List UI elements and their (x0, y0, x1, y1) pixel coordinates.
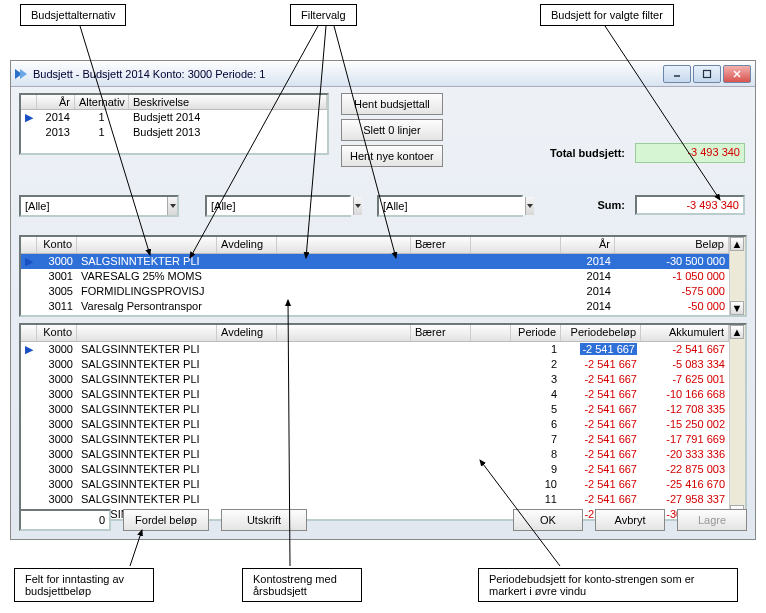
scroll-up-icon[interactable]: ▲ (730, 325, 744, 339)
lagre-button[interactable]: Lagre (677, 509, 747, 531)
hent-nye-kontoer-button[interactable]: Hent nye kontoer (341, 145, 443, 167)
col-aar[interactable]: År (37, 95, 75, 109)
table-row[interactable]: 3000 SALGSINNTEKTER PLI 8 -2 541 667 -20… (21, 447, 729, 462)
table-row[interactable]: ▶ 3000 SALGSINNTEKTER PLI 1 -2 541 667 -… (21, 342, 729, 357)
utskrift-button[interactable]: Utskrift (221, 509, 307, 531)
avbryt-button[interactable]: Avbryt (595, 509, 665, 531)
col-baerer[interactable]: Bærer (411, 325, 471, 341)
chevron-down-icon[interactable] (167, 197, 177, 215)
chevron-down-icon[interactable] (525, 197, 534, 215)
callout-amount-field: Felt for inntasting av budsjettbeløp (14, 568, 154, 602)
callout-budsjettalternativ: Budsjettalternativ (20, 4, 126, 26)
col-konto[interactable]: Konto (37, 325, 77, 341)
col-konto[interactable]: Konto (37, 237, 77, 253)
table-row[interactable]: ▶ 2014 1 Budsjett 2014 (21, 110, 327, 125)
filter-3-combo[interactable] (377, 195, 523, 217)
col-periode[interactable]: Periode (511, 325, 561, 341)
fordel-belop-button[interactable]: Fordel beløp (123, 509, 209, 531)
table-row[interactable]: 3011 Varesalg Persontranspor 2014 -50 00… (21, 299, 729, 314)
callout-total-filter: Budsjett for valgte filter (540, 4, 674, 26)
col-avdeling[interactable]: Avdeling (217, 237, 277, 253)
table-row[interactable]: 3005 FORMIDLINGSPROVISJ 2014 -575 000 (21, 284, 729, 299)
table-row[interactable]: 3000 SALGSINNTEKTER PLI 7 -2 541 667 -17… (21, 432, 729, 447)
callout-filtervalg: Filtervalg (290, 4, 357, 26)
sum-label: Sum: (598, 199, 626, 211)
col-akkumulert[interactable]: Akkumulert (641, 325, 729, 341)
titlebar: Budsjett - Budsjett 2014 Konto: 3000 Per… (11, 61, 755, 87)
account-year-grid[interactable]: Konto Avdeling Bærer År Beløp ▶ 3000 SAL… (19, 235, 747, 317)
table-row[interactable]: 3000 SALGSINNTEKTER PLI 5 -2 541 667 -12… (21, 402, 729, 417)
table-row[interactable]: 3000 SALGSINNTEKTER PLI 11 -2 541 667 -2… (21, 492, 729, 507)
col-periodebelop[interactable]: Periodebeløp (561, 325, 641, 341)
sum-value: -3 493 340 (635, 195, 745, 215)
window-title: Budsjett - Budsjett 2014 Konto: 3000 Per… (33, 68, 265, 80)
table-row[interactable]: 3000 SALGSINNTEKTER PLI 4 -2 541 667 -10… (21, 387, 729, 402)
svg-rect-9 (704, 70, 711, 77)
chevron-down-icon[interactable] (353, 197, 362, 215)
filter-1-input[interactable] (21, 197, 167, 215)
scroll-down-icon[interactable]: ▼ (730, 301, 744, 315)
table-row[interactable]: 3001 VARESALG 25% MOMS 2014 -1 050 000 (21, 269, 729, 284)
scroll-up-icon[interactable]: ▲ (730, 237, 744, 251)
filter-2-combo[interactable] (205, 195, 351, 217)
filter-1-combo[interactable] (19, 195, 179, 217)
filter-2-input[interactable] (207, 197, 353, 215)
hent-budsjettall-button[interactable]: Hent budsjettall (341, 93, 443, 115)
amount-input[interactable] (19, 509, 111, 531)
app-icon (15, 67, 29, 81)
total-budsjett-value: -3 493 340 (635, 143, 745, 163)
period-grid[interactable]: Konto Avdeling Bærer Periode Periodebelø… (19, 323, 747, 521)
col-beskrivelse[interactable]: Beskrivelse (129, 95, 327, 109)
callout-periodebudsjett: Periodebudsjett for konto-strengen som e… (478, 568, 738, 602)
col-belop[interactable]: Beløp (615, 237, 729, 253)
budget-window: Budsjett - Budsjett 2014 Konto: 3000 Per… (10, 60, 756, 540)
col-alternativ[interactable]: Alternativ (75, 95, 129, 109)
callout-kontostreng: Kontostreng med årsbudsjett (242, 568, 362, 602)
alternative-table[interactable]: År Alternativ Beskrivelse ▶ 2014 1 Budsj… (19, 93, 329, 155)
close-button[interactable] (723, 65, 751, 83)
table-row[interactable]: 3000 SALGSINNTEKTER PLI 10 -2 541 667 -2… (21, 477, 729, 492)
scrollbar[interactable]: ▲ ▼ (729, 237, 745, 315)
col-avdeling[interactable]: Avdeling (217, 325, 277, 341)
table-row[interactable]: 2013 1 Budsjett 2013 (21, 125, 327, 140)
slett-0-linjer-button[interactable]: Slett 0 linjer (341, 119, 443, 141)
scrollbar[interactable]: ▲ ▼ (729, 325, 745, 519)
col-baerer[interactable]: Bærer (411, 237, 471, 253)
total-budsjett-label: Total budsjett: (550, 147, 625, 159)
table-row[interactable]: 3000 SALGSINNTEKTER PLI 6 -2 541 667 -15… (21, 417, 729, 432)
table-row[interactable]: 3000 SALGSINNTEKTER PLI 2 -2 541 667 -5 … (21, 357, 729, 372)
table-row[interactable]: 3000 SALGSINNTEKTER PLI 3 -2 541 667 -7 … (21, 372, 729, 387)
table-row[interactable]: ▶ 3000 SALGSINNTEKTER PLI 2014 -30 500 0… (21, 254, 729, 269)
col-aar[interactable]: År (561, 237, 615, 253)
minimize-button[interactable] (663, 65, 691, 83)
filter-3-input[interactable] (379, 197, 525, 215)
ok-button[interactable]: OK (513, 509, 583, 531)
maximize-button[interactable] (693, 65, 721, 83)
table-row[interactable]: 3000 SALGSINNTEKTER PLI 9 -2 541 667 -22… (21, 462, 729, 477)
